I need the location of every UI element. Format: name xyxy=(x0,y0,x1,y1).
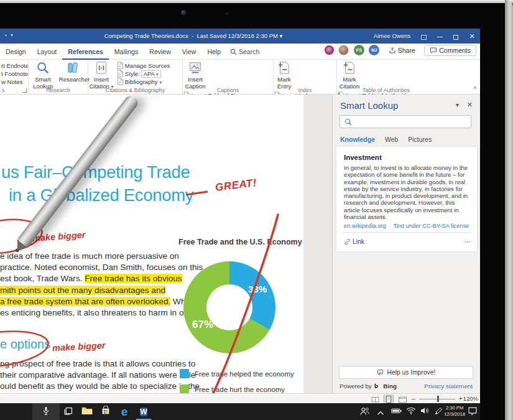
text-line[interactable]: mith points out the many disadvantages a… xyxy=(0,285,203,296)
minimize-button[interactable] xyxy=(432,29,448,44)
pane-close-icon[interactable]: ✕ xyxy=(467,101,473,109)
style-dropdown[interactable]: APA ▾ xyxy=(141,70,161,78)
tab-review[interactable]: Review xyxy=(144,44,176,60)
group-label: Index xyxy=(274,87,336,93)
legend-swatch-blue xyxy=(180,369,189,378)
comment-icon xyxy=(430,47,437,54)
next-footnote-button[interactable]: t Footnote ▾ xyxy=(1,70,29,78)
wifi-icon[interactable] xyxy=(406,406,417,418)
text-line[interactable]: us Fair–Competing Trade xyxy=(1,161,193,184)
microphone-button[interactable] xyxy=(32,403,60,420)
tab-mailings[interactable]: Mailings xyxy=(109,44,144,60)
link-row[interactable]: Link ⋯ xyxy=(344,236,471,248)
saved-dropdown-caret[interactable]: ▾ xyxy=(280,32,283,39)
search-icon xyxy=(344,118,352,126)
lookup-search-input[interactable] xyxy=(340,115,471,128)
web-layout-icon[interactable] xyxy=(397,394,408,403)
document-area[interactable]: us Fair–Competing Tradein a Globalized E… xyxy=(0,95,332,393)
researcher-button[interactable]: Researcher xyxy=(59,60,88,83)
tab-knowledge[interactable]: Knowledge xyxy=(340,136,375,143)
tab-web[interactable]: Web xyxy=(385,136,398,143)
text-line[interactable]: es enticing benefits, it also threatens … xyxy=(0,307,203,319)
print-layout-icon[interactable] xyxy=(383,394,394,403)
dialog-launcher-icon[interactable] xyxy=(22,88,27,93)
avatar[interactable]: FS xyxy=(354,45,364,55)
ribbon-group-index: MarkEntry Insert Index Update Index Inde… xyxy=(274,60,337,94)
signed-in-user[interactable]: Aimee Owens xyxy=(374,29,410,44)
text-line[interactable]: their comparative advantage. If all nati… xyxy=(0,370,200,381)
share-button[interactable]: Share xyxy=(389,47,415,54)
comments-button[interactable]: Comments xyxy=(424,45,476,56)
pane-options-caret-icon[interactable]: ▾ xyxy=(456,101,459,108)
mark-entry-button[interactable]: MarkEntry xyxy=(274,60,295,90)
word-button[interactable]: W xyxy=(137,406,150,418)
paragraph[interactable]: e idea of free trade is much more persua… xyxy=(0,251,203,319)
tab-design[interactable]: Design xyxy=(0,44,32,60)
zoom-out-icon[interactable]: – xyxy=(412,394,415,402)
paragraph[interactable]: ng prospect of free trade is that it all… xyxy=(0,358,200,393)
zoom-in-icon[interactable]: + xyxy=(459,394,463,402)
document-heading[interactable]: us Fair–Competing Tradein a Globalized E… xyxy=(1,161,193,207)
close-button[interactable]: ✕ xyxy=(464,29,480,44)
tab-references[interactable]: References xyxy=(62,44,109,60)
collapse-ribbon-icon[interactable]: ^ xyxy=(473,86,476,93)
avatar[interactable] xyxy=(325,45,334,55)
avatar[interactable]: NJ xyxy=(369,45,379,55)
search-box[interactable]: Search xyxy=(226,44,259,60)
insert-caption-icon xyxy=(188,61,202,75)
zoom-level[interactable]: 120% xyxy=(463,395,478,402)
task-view-button[interactable] xyxy=(62,406,75,418)
clock[interactable]: 2:30 PM 12/3/2018 xyxy=(444,405,465,418)
last-saved-text: Last Saved 12/3/2018 2:30 PM xyxy=(196,32,277,39)
volume-icon[interactable] xyxy=(420,406,431,418)
tab-pictures[interactable]: Pictures xyxy=(408,136,432,143)
manage-sources-button[interactable]: Manage Sources xyxy=(116,62,170,70)
privacy-statement-link[interactable]: Privacy statement xyxy=(424,383,473,390)
insert-endnote-button[interactable]: rt Endnote xyxy=(1,62,29,70)
tab-help[interactable]: Help xyxy=(201,44,226,60)
insert-citation-button[interactable]: InsertCitation ▾ xyxy=(88,60,114,90)
battery-icon[interactable] xyxy=(391,406,402,418)
source-link[interactable]: en.wikipedia.org xyxy=(344,222,386,229)
style-selector[interactable]: Style:APA ▾ xyxy=(116,70,170,78)
ribbon-display-options-icon[interactable] xyxy=(415,29,432,44)
document-subheading[interactable]: e options xyxy=(0,337,50,352)
edge-button[interactable]: e xyxy=(118,406,131,418)
show-notes-button[interactable]: w Notes xyxy=(1,78,29,86)
action-center-icon[interactable] xyxy=(468,406,479,418)
read-mode-icon[interactable] xyxy=(369,394,381,403)
tab-layout[interactable]: Layout xyxy=(32,44,63,60)
restore-button[interactable] xyxy=(448,29,464,44)
link-icon xyxy=(344,238,351,245)
zoom-slider-thumb[interactable] xyxy=(437,396,439,402)
share-icon xyxy=(389,47,396,54)
windows-taskbar: e W 2:30 PM 12/3/2018 xyxy=(0,403,480,420)
smart-lookup-button[interactable]: SmartLookup xyxy=(29,60,57,90)
license-link[interactable]: Text under CC-BY-SA license xyxy=(394,222,469,229)
document-page[interactable]: us Fair–Competing Tradein a Globalized E… xyxy=(0,95,303,393)
show-hidden-icons-chevron[interactable] xyxy=(377,408,388,419)
text-line[interactable]: ng prospect of free trade is that it all… xyxy=(0,358,200,370)
group-label: Table of Authorities xyxy=(337,87,435,93)
bing-wordmark: Bing xyxy=(383,383,397,390)
text-line[interactable]: ould benefit as they would be able to sp… xyxy=(0,381,200,392)
tab-view[interactable]: View xyxy=(177,44,202,60)
bibliography-button[interactable]: Bibliography ▾ xyxy=(116,78,170,86)
donut-chart[interactable]: 33% 67% xyxy=(183,261,275,353)
search-icon xyxy=(230,49,237,55)
mark-citation-button[interactable]: MarkCitation xyxy=(337,60,362,90)
text-line[interactable]: in a Globalized Economy xyxy=(9,184,193,207)
people-icon[interactable] xyxy=(359,406,371,418)
slice-label-blue: 33% xyxy=(248,284,267,294)
text-line[interactable]: a free trade system that are often overl… xyxy=(0,296,203,307)
file-explorer-button[interactable] xyxy=(81,406,93,418)
text-line[interactable]: e idea of free trade is much more persua… xyxy=(0,251,203,262)
more-options-icon[interactable]: ⋯ xyxy=(464,236,471,248)
insert-caption-button[interactable]: InsertCaption xyxy=(183,60,208,90)
help-us-improve-button[interactable]: Help us Improve! xyxy=(339,366,473,379)
avatar[interactable] xyxy=(338,45,349,55)
text-line[interactable]: practice. Noted economist, Dan Smith, fo… xyxy=(0,262,203,273)
microsoft-store-button[interactable] xyxy=(99,406,112,418)
mark-entry-icon xyxy=(277,61,291,75)
text-line[interactable]: est book, Trade Wars. Free trade has its… xyxy=(0,273,203,284)
